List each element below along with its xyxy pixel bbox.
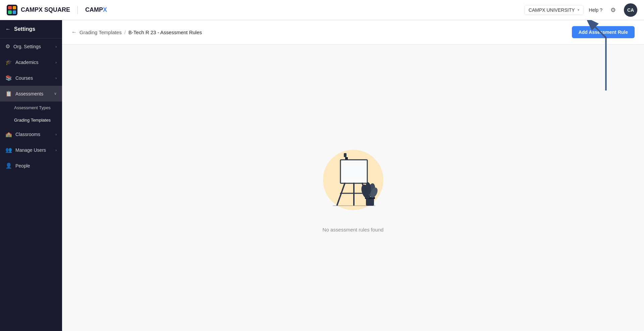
grading-templates-label: Grading Templates <box>14 118 51 123</box>
sidebar-back-arrow: ← <box>5 26 11 32</box>
sidebar-item-assessments[interactable]: 📋 Assessments ∨ <box>0 86 62 102</box>
empty-state: No assessment rules found <box>62 45 644 331</box>
app-grid-icon[interactable] <box>7 5 17 15</box>
empty-state-message: No assessment rules found <box>323 227 384 233</box>
logo-text: CAMPX SQUARE <box>21 6 70 13</box>
logo-brand: CAMP <box>85 6 103 13</box>
breadcrumb: ← Grading Templates / B-Tech R 23 - Asse… <box>71 29 202 35</box>
academics-chevron: › <box>55 60 57 64</box>
classrooms-chevron: › <box>55 132 57 136</box>
logo-divider <box>77 6 78 14</box>
easel-svg <box>316 143 390 217</box>
breadcrumb-back-arrow[interactable]: ← <box>71 29 77 35</box>
help-label: Help ? <box>589 7 602 13</box>
sidebar-item-manage-users[interactable]: 👥 Manage Users › <box>0 142 62 158</box>
sidebar-item-org-settings[interactable]: ⚙ Org. Settings › <box>0 39 62 54</box>
breadcrumb-parent[interactable]: Grading Templates <box>79 29 122 35</box>
sidebar-label-courses: Courses <box>15 75 33 81</box>
sidebar-label-academics: Academics <box>15 60 38 65</box>
sidebar-sub-item-assessment-types[interactable]: Assessment Types <box>0 102 62 114</box>
main-layout: ← Settings ⚙ Org. Settings › 🎓 Academics… <box>0 20 644 331</box>
avatar[interactable]: CA <box>624 3 637 17</box>
content-header: ← Grading Templates / B-Tech R 23 - Asse… <box>62 20 644 45</box>
sidebar-item-courses[interactable]: 📚 Courses › <box>0 70 62 86</box>
sidebar-label-classrooms: Classrooms <box>15 132 40 137</box>
top-nav-right: CAMPX UNIVERSITY ▾ Help ? ⚙ CA <box>524 3 637 17</box>
courses-icon: 📚 <box>5 75 12 81</box>
sidebar-header[interactable]: ← Settings <box>0 20 62 39</box>
sidebar-label-people: People <box>15 163 30 169</box>
assessments-chevron: ∨ <box>54 91 57 96</box>
breadcrumb-current: B-Tech R 23 - Assessment Rules <box>128 29 202 35</box>
logo-campx-blue: CAMPX <box>85 6 107 13</box>
sidebar-label-assessments: Assessments <box>15 91 43 96</box>
empty-illustration <box>316 143 390 217</box>
sidebar-label-manage-users: Manage Users <box>15 147 46 153</box>
sidebar-item-people[interactable]: 👤 People <box>0 158 62 174</box>
university-selector[interactable]: CAMPX UNIVERSITY ▾ <box>524 5 584 15</box>
svg-rect-0 <box>344 153 346 157</box>
manage-users-chevron: › <box>55 148 57 152</box>
chevron-down-icon: ▾ <box>578 8 579 12</box>
breadcrumb-separator: / <box>124 29 126 35</box>
sidebar-label-org-settings: Org. Settings <box>13 44 41 49</box>
org-settings-chevron: › <box>55 45 57 49</box>
assessments-icon: 📋 <box>5 90 12 97</box>
svg-line-3 <box>337 183 345 205</box>
academics-icon: 🎓 <box>5 59 12 65</box>
help-button[interactable]: Help ? <box>589 7 602 13</box>
logo-x: X <box>103 6 107 13</box>
avatar-initials: CA <box>627 7 634 13</box>
assessment-types-label: Assessment Types <box>14 105 51 110</box>
sidebar-sub-item-grading-templates[interactable]: Grading Templates <box>0 114 62 126</box>
people-icon: 👤 <box>5 162 12 169</box>
top-nav: CAMPX SQUARE CAMPX CAMPX UNIVERSITY ▾ He… <box>0 0 644 20</box>
top-nav-left: CAMPX SQUARE CAMPX <box>7 5 107 15</box>
sidebar-item-academics[interactable]: 🎓 Academics › <box>0 54 62 70</box>
add-assessment-rule-button[interactable]: Add Assessment Rule <box>572 26 635 38</box>
university-name: CAMPX UNIVERSITY <box>529 7 575 13</box>
content-area: ← Grading Templates / B-Tech R 23 - Asse… <box>62 20 644 331</box>
gear-icon[interactable]: ⚙ <box>608 5 619 15</box>
logo-campx-square: CAMPX SQUARE <box>21 6 70 13</box>
svg-rect-8 <box>366 198 374 206</box>
sidebar: ← Settings ⚙ Org. Settings › 🎓 Academics… <box>0 20 62 331</box>
svg-rect-14 <box>342 161 365 181</box>
sidebar-item-classrooms[interactable]: 🏫 Classrooms › <box>0 126 62 142</box>
manage-users-icon: 👥 <box>5 147 12 153</box>
classrooms-icon: 🏫 <box>5 131 12 137</box>
courses-chevron: › <box>55 76 57 80</box>
org-settings-icon: ⚙ <box>5 43 10 50</box>
sidebar-title: Settings <box>14 26 35 32</box>
